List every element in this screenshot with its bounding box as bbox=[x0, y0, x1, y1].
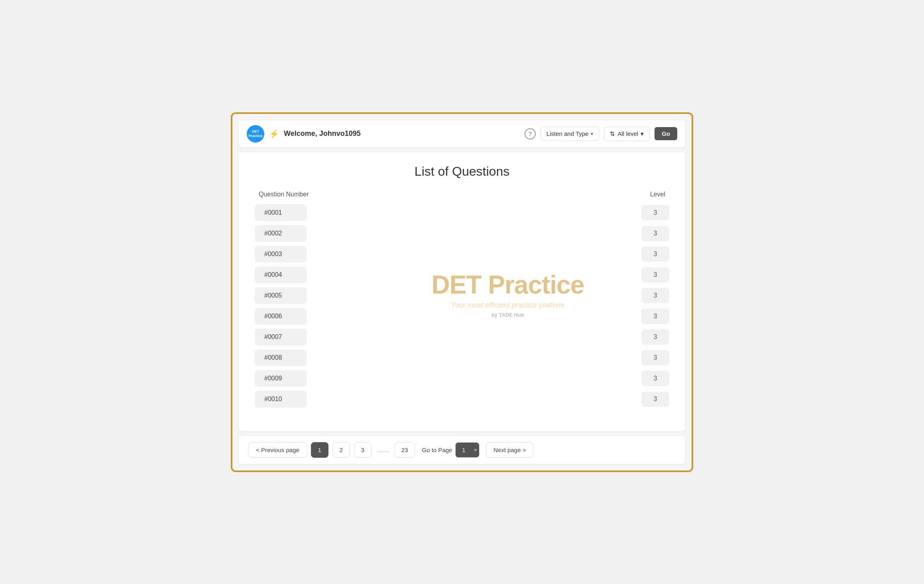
sort-icon: ⇅ bbox=[610, 130, 615, 137]
bolt-icon: ⚡ bbox=[269, 129, 279, 139]
table-row: #00023 bbox=[255, 225, 669, 242]
app-container: DET Practice ⚡ Welcome, Johnvo1095 ? Lis… bbox=[231, 112, 693, 472]
table-row: #00093 bbox=[255, 370, 669, 387]
goto-arrows[interactable]: » bbox=[472, 445, 479, 454]
level-badge: 3 bbox=[641, 226, 669, 241]
logo: DET Practice bbox=[247, 125, 264, 143]
level-badge: 3 bbox=[641, 309, 669, 324]
level-badge: 3 bbox=[641, 329, 669, 345]
question-button[interactable]: #0009 bbox=[255, 370, 307, 387]
table-row: #00083 bbox=[255, 349, 669, 366]
question-button[interactable]: #0003 bbox=[255, 246, 307, 263]
level-badge: 3 bbox=[641, 350, 669, 365]
question-button[interactable]: #0008 bbox=[255, 349, 307, 366]
welcome-text: Welcome, Johnvo1095 bbox=[284, 129, 520, 138]
page-2-button[interactable]: 2 bbox=[332, 442, 350, 458]
questions-list: #00013#00023#00033#00043#00053#00063#000… bbox=[255, 204, 669, 408]
level-badge: 3 bbox=[641, 371, 669, 386]
header: DET Practice ⚡ Welcome, Johnvo1095 ? Lis… bbox=[239, 120, 685, 147]
chevron-right-double-icon: » bbox=[474, 447, 477, 453]
question-button[interactable]: #0002 bbox=[255, 225, 307, 242]
table-row: #00013 bbox=[255, 204, 669, 221]
level-badge: 3 bbox=[641, 247, 669, 262]
level-label: All level bbox=[617, 130, 638, 137]
columns-header: Question Number Level bbox=[255, 191, 669, 198]
table-row: #00053 bbox=[255, 287, 669, 304]
chevron-down-icon: ▾ bbox=[591, 131, 593, 137]
prev-page-button[interactable]: < Previous page bbox=[248, 442, 307, 458]
table-row: #00103 bbox=[255, 391, 669, 408]
level-badge: 3 bbox=[641, 267, 669, 282]
go-button[interactable]: Go bbox=[655, 127, 677, 140]
exercise-type-label: Listen and Type bbox=[547, 130, 589, 137]
question-button[interactable]: #0007 bbox=[255, 329, 307, 345]
table-row: #00033 bbox=[255, 246, 669, 263]
table-row: #00073 bbox=[255, 329, 669, 345]
question-button[interactable]: #0005 bbox=[255, 287, 307, 304]
level-badge: 3 bbox=[641, 288, 669, 303]
help-icon[interactable]: ? bbox=[525, 128, 536, 139]
level-badge: 3 bbox=[641, 205, 669, 220]
page-1-button[interactable]: 1 bbox=[311, 442, 328, 458]
level-dropdown[interactable]: ⇅ All level ▾ bbox=[604, 127, 650, 141]
page-dots: …… bbox=[375, 447, 391, 453]
goto-label: Go to Page bbox=[422, 447, 452, 453]
table-row: #00063 bbox=[255, 308, 669, 325]
level-badge: 3 bbox=[641, 392, 669, 407]
page-3-button[interactable]: 3 bbox=[354, 442, 372, 458]
pagination: < Previous page 1 2 3 …… 23 Go to Page »… bbox=[239, 436, 685, 464]
question-button[interactable]: #0004 bbox=[255, 267, 307, 283]
question-button[interactable]: #0001 bbox=[255, 204, 307, 221]
question-button[interactable]: #0010 bbox=[255, 391, 307, 408]
goto-input-group: » bbox=[455, 442, 480, 458]
goto-section: Go to Page » bbox=[422, 442, 480, 458]
col-question-header: Question Number bbox=[259, 191, 309, 198]
page-title: List of Questions bbox=[255, 164, 669, 179]
exercise-type-dropdown[interactable]: Listen and Type ▾ bbox=[541, 127, 600, 141]
table-row: #00043 bbox=[255, 267, 669, 283]
last-page-button[interactable]: 23 bbox=[395, 442, 415, 458]
main-content: List of Questions Question Number Level … bbox=[239, 152, 685, 431]
goto-input[interactable] bbox=[456, 443, 472, 457]
col-level-header: Level bbox=[650, 191, 665, 198]
next-page-button[interactable]: Next page > bbox=[486, 442, 533, 458]
chevron-down-icon-2: ▾ bbox=[641, 130, 644, 137]
question-button[interactable]: #0006 bbox=[255, 308, 307, 325]
header-right: ? Listen and Type ▾ ⇅ All level ▾ Go bbox=[525, 127, 677, 141]
